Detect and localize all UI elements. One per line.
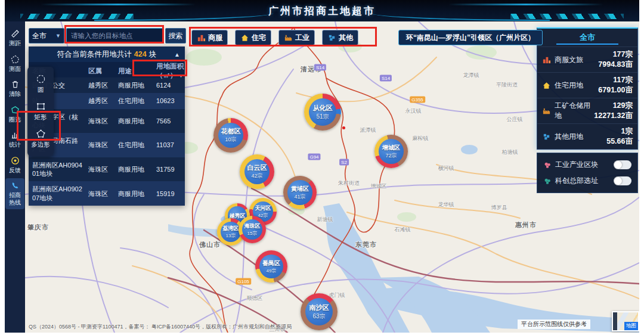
cell-use: 商服用地: [114, 113, 153, 129]
region-select-value: 全市: [32, 31, 47, 41]
other-icon: [542, 132, 551, 141]
cell-name: 琶洲南区AH090207地块: [29, 181, 85, 206]
table-row[interactable]: 琶洲南区AH090207地块海珠区商服用地15919: [29, 181, 185, 206]
district-marker-从化区[interactable]: 从化区51宗: [304, 94, 341, 131]
sidebar-item-label: 统计: [8, 141, 22, 148]
district-marker-南沙区[interactable]: 南沙区63宗: [301, 293, 338, 330]
town-label: 麻榨镇: [413, 135, 429, 142]
stat-label: 工矿仓储用地: [555, 101, 590, 121]
road-shield: G105: [236, 278, 251, 285]
sidebar-item-反馈[interactable]: 反馈: [5, 153, 24, 178]
industry-zone-icon: [543, 161, 552, 169]
district-marker-白云区[interactable]: 白云区42宗: [240, 154, 274, 189]
town-label: 增城区: [371, 182, 387, 190]
feedback-icon: [11, 156, 20, 165]
cell-use: 住宅用地: [114, 93, 153, 108]
stats-rows: 商服文旅177宗7994.83亩住宅用地117宗6791.00亩工矿仓储用地12…: [537, 46, 637, 149]
map-canvas[interactable]: 清远市肇庆市佛山市东莞市惠州市龙潭镇平陵街道公庄镇永汉镇派潭镇麻榨镇横河镇柏塘镇…: [25, 21, 639, 333]
phone-icon: [11, 181, 20, 190]
other-icon: [327, 33, 336, 42]
marker-district-name: 增城区: [382, 144, 400, 152]
map-type-switcher[interactable]: 地图: [612, 311, 639, 331]
marker-inner: 黄埔区41宗: [287, 180, 312, 204]
stat-values: 1宗55.66亩: [606, 126, 633, 147]
draw-tools-popup: 圆矩形多边形: [27, 67, 54, 156]
marker-count: 41宗: [294, 193, 305, 201]
marker-count: 49宗: [267, 268, 277, 274]
toggle-row-工业产业区块: 工业产业区块: [543, 157, 631, 173]
filter-label: 住宅: [252, 33, 266, 43]
town-label: 石滩镇: [395, 226, 411, 234]
district-marker-番禺区[interactable]: 番禺区49宗: [255, 250, 287, 283]
town-label: 派潭镇: [360, 126, 376, 134]
district-marker-增城区[interactable]: 增城区72宗: [374, 135, 408, 168]
residential-icon: [542, 81, 551, 90]
town-label: 柏塘镇: [502, 148, 518, 156]
cell-area: 7565: [153, 113, 185, 129]
draw-tool-多边形[interactable]: 多边形: [27, 126, 54, 153]
road-shield: S14: [380, 75, 392, 82]
region-select[interactable]: 全市 ▼: [29, 28, 64, 44]
sidebar-item-label: 测面: [8, 66, 22, 73]
marker-district-name: 南沙区: [309, 303, 329, 312]
toggle-switch[interactable]: [614, 160, 631, 169]
toggle-knob: [614, 177, 622, 185]
sidebar-item-测距[interactable]: 测距: [5, 26, 24, 51]
marker-inner: 海珠区15宗: [242, 219, 262, 240]
town-label: 顺德区: [247, 294, 263, 302]
satellite-strip: [613, 312, 617, 330]
collapse-arrow-icon[interactable]: ▲: [174, 51, 180, 58]
page-title: 广州市招商土地超市: [5, 4, 639, 18]
stat-values: 117宗6791.00亩: [598, 75, 633, 95]
sidebar-item-统计[interactable]: 统计: [5, 128, 24, 152]
cell-district: 越秀区: [85, 77, 114, 93]
stat-label: 其他用地: [555, 132, 603, 142]
table-row[interactable]: 琶洲南区AH090401地块海珠区商服用地31759: [29, 157, 185, 182]
draw-tool-矩形[interactable]: 矩形: [27, 98, 54, 126]
sidebar-item-圈选[interactable]: 圈选: [5, 103, 24, 127]
district-marker-花都区[interactable]: 花都区10宗: [213, 118, 248, 153]
road-shield: G94: [308, 154, 320, 160]
trash-icon: [11, 80, 20, 89]
sidebar-item-label: 清除: [8, 91, 22, 98]
cell-district: 海珠区: [85, 162, 114, 177]
marker-inner: 南沙区63宗: [305, 298, 333, 325]
marker-count: 72宗: [385, 152, 397, 160]
sidebar-item-测面[interactable]: 测面: [5, 52, 24, 76]
toggle-switch[interactable]: [614, 176, 631, 185]
city-label: 东莞市: [355, 240, 377, 249]
district-marker-海珠区[interactable]: 海珠区15宗: [239, 216, 266, 243]
app-header: 广州市招商土地超市: [5, 0, 639, 21]
stat-label: 商服文旅: [555, 55, 595, 65]
search-button[interactable]: 搜索: [165, 28, 186, 44]
results-summary: 符合当前条件用地共计 424 块 ▲: [29, 46, 185, 62]
road-shield: S14: [314, 64, 326, 71]
marker-district-name: 番禺区: [262, 259, 280, 268]
industrial-icon: [542, 107, 551, 116]
draw-tool-圆[interactable]: 圆: [27, 71, 54, 98]
ruler-icon: [11, 29, 20, 38]
cell-area: 31759: [153, 162, 185, 177]
filter-label: 工业: [295, 33, 309, 43]
stat-row-商服文旅: 商服文旅177宗7994.83亩: [537, 46, 637, 72]
column-header-2: 用途: [114, 67, 153, 76]
residential-icon: [240, 33, 249, 42]
filter-button-住宅[interactable]: 住宅: [235, 30, 271, 45]
sidebar-item-招商热线[interactable]: 招商热线: [5, 178, 24, 209]
filter-button-商服[interactable]: 商服: [191, 30, 228, 45]
road-shield: S2: [339, 159, 349, 166]
filter-button-工业[interactable]: 工业: [278, 30, 315, 45]
town-label: 博罗县: [491, 204, 507, 212]
cell-name: 琶洲南区AH090401地块: [29, 157, 85, 182]
cell-district: 海珠区: [85, 137, 114, 153]
town-label: 新塘镇: [317, 216, 333, 224]
stat-row-工矿仓储用地: 工矿仓储用地129宗12271.32亩: [537, 98, 637, 123]
search-input[interactable]: [66, 28, 163, 44]
zone-badge[interactable]: 环“南昆山—罗浮山”引领区（广州片区）: [398, 30, 543, 45]
district-marker-黄埔区[interactable]: 黄埔区41宗: [283, 176, 317, 209]
stats-tab-citywide[interactable]: 全市: [537, 29, 637, 46]
filter-button-其他[interactable]: 其他: [322, 30, 358, 45]
sidebar-item-label: 反馈: [8, 167, 22, 174]
sidebar-item-清除[interactable]: 清除: [5, 77, 24, 101]
measure-area-icon: [11, 55, 20, 64]
